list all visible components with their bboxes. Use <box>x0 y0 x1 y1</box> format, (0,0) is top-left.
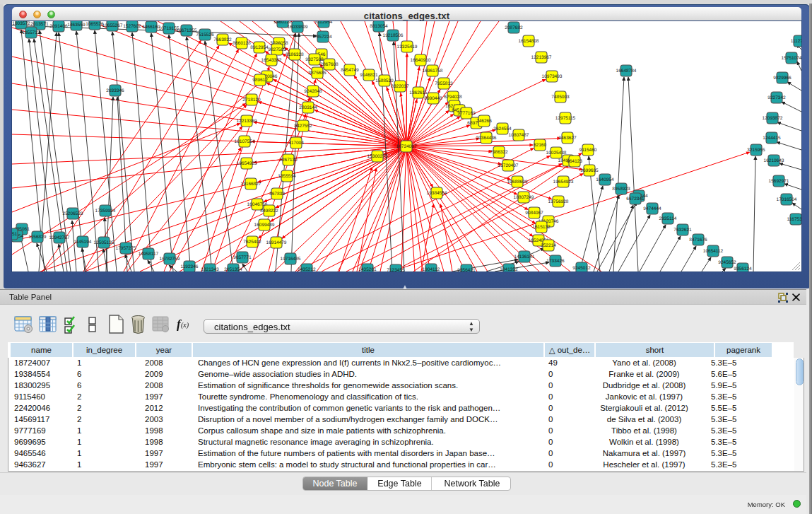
svg-text:62160: 62160 <box>534 143 546 148</box>
svg-text:1065526: 1065526 <box>86 22 104 27</box>
svg-text:1904112: 1904112 <box>423 267 440 271</box>
svg-text:2013571: 2013571 <box>30 22 49 27</box>
svg-text:7351: 7351 <box>12 232 18 237</box>
svg-text:9699695: 9699695 <box>580 168 599 173</box>
svg-text:1244415: 1244415 <box>763 136 781 141</box>
svg-text:964123: 964123 <box>567 159 582 164</box>
svg-text:7632621: 7632621 <box>673 228 692 233</box>
svg-text:9245652: 9245652 <box>718 260 736 265</box>
svg-text:12942757: 12942757 <box>49 235 70 240</box>
svg-text:9356124: 9356124 <box>734 267 752 271</box>
svg-text:10654112: 10654112 <box>703 249 724 254</box>
svg-text:1435261: 1435261 <box>358 267 377 271</box>
svg-text:9115460: 9115460 <box>579 148 597 153</box>
svg-text:8958923: 8958923 <box>612 187 630 192</box>
svg-text:7625402: 7625402 <box>243 240 261 245</box>
svg-text:989612: 989612 <box>252 78 268 83</box>
svg-text:7515526: 7515526 <box>196 33 214 37</box>
svg-text:10807487: 10807487 <box>509 133 529 138</box>
svg-text:20364436: 20364436 <box>476 136 497 141</box>
svg-text:9657771: 9657771 <box>233 255 252 260</box>
svg-text:1841352: 1841352 <box>500 267 518 271</box>
svg-text:3624554: 3624554 <box>493 127 512 132</box>
svg-text:2087682: 2087682 <box>505 25 523 30</box>
svg-text:12505135: 12505135 <box>94 240 114 245</box>
svg-text:6794028: 6794028 <box>444 95 462 100</box>
svg-text:8267130: 8267130 <box>279 158 298 163</box>
svg-text:1355594: 1355594 <box>278 174 296 179</box>
svg-text:417004: 417004 <box>288 141 304 146</box>
svg-text:16543382: 16543382 <box>261 58 282 63</box>
svg-text:12213369: 12213369 <box>237 119 257 124</box>
svg-text:19716485: 19716485 <box>281 257 301 262</box>
svg-text:15692971: 15692971 <box>769 179 789 184</box>
svg-text:8660128: 8660128 <box>233 41 251 46</box>
svg-text:25206533: 25206533 <box>63 211 83 216</box>
svg-text:252214: 252214 <box>541 243 556 248</box>
svg-text:7663822: 7663822 <box>213 37 232 42</box>
svg-text:12975115: 12975115 <box>555 116 576 121</box>
svg-text:2091406: 2091406 <box>49 24 68 29</box>
svg-text:18807249: 18807249 <box>514 195 534 200</box>
svg-text:9777169: 9777169 <box>457 111 476 116</box>
svg-text:2867608: 2867608 <box>320 62 339 67</box>
svg-text:17359924: 17359924 <box>95 209 116 214</box>
svg-text:19218506: 19218506 <box>383 33 404 38</box>
svg-text:8912954: 8912954 <box>250 45 269 50</box>
svg-text:7986322: 7986322 <box>490 150 508 155</box>
svg-text:1527602: 1527602 <box>123 24 141 29</box>
svg-text:17016504: 17016504 <box>777 197 797 202</box>
svg-text:8427552: 8427552 <box>294 124 312 129</box>
svg-text:12093872: 12093872 <box>763 116 783 121</box>
svg-text:17957275: 17957275 <box>116 246 136 251</box>
svg-text:15751074: 15751074 <box>782 56 801 61</box>
svg-text:16914479: 16914479 <box>266 240 287 245</box>
svg-text:2935114: 2935114 <box>659 216 677 221</box>
svg-text:15720407: 15720407 <box>498 163 519 168</box>
svg-text:8186328: 8186328 <box>286 52 304 57</box>
svg-text:8813054: 8813054 <box>370 24 388 29</box>
svg-text:8112954: 8112954 <box>315 21 333 25</box>
svg-text:9827503: 9827503 <box>268 47 286 52</box>
svg-text:19384554: 19384554 <box>427 191 447 196</box>
svg-text:13325419: 13325419 <box>397 45 418 49</box>
svg-text:2718120: 2718120 <box>242 98 261 103</box>
svg-text:867833: 867833 <box>269 192 285 197</box>
svg-text:10107554: 10107554 <box>235 139 255 144</box>
svg-text:746266: 746266 <box>476 119 492 124</box>
svg-text:9474444: 9474444 <box>643 206 661 211</box>
svg-text:9829966: 9829966 <box>773 76 792 81</box>
svg-text:1821343: 1821343 <box>201 267 219 271</box>
svg-text:19756928: 19756928 <box>548 199 569 204</box>
svg-text:1192346: 1192346 <box>181 264 199 269</box>
svg-text:16671355: 16671355 <box>177 28 197 33</box>
svg-text:12213967: 12213967 <box>531 55 552 60</box>
svg-text:9242848: 9242848 <box>304 89 322 94</box>
svg-text:9245012: 9245012 <box>572 266 591 271</box>
svg-text:8435212: 8435212 <box>298 267 316 271</box>
svg-text:16640910: 16640910 <box>411 58 431 63</box>
svg-text:9463627: 9463627 <box>558 136 577 141</box>
svg-text:16154808: 16154808 <box>519 39 539 44</box>
svg-text:2051354: 2051354 <box>224 267 242 271</box>
svg-text:1145194: 1145194 <box>74 240 92 245</box>
svg-text:1588520: 1588520 <box>375 78 394 83</box>
svg-text:16099489: 16099489 <box>254 223 275 228</box>
svg-text:8322037: 8322037 <box>391 84 409 89</box>
svg-text:1055712: 1055712 <box>22 30 40 35</box>
svg-text:16961758: 16961758 <box>423 69 443 74</box>
svg-text:15300275: 15300275 <box>367 154 388 159</box>
svg-text:8498222: 8498222 <box>260 209 278 214</box>
svg-text:7857224: 7857224 <box>314 35 332 40</box>
svg-text:1640954: 1640954 <box>596 177 614 182</box>
svg-text:1362615: 1362615 <box>409 90 428 95</box>
svg-text:7485003: 7485003 <box>551 95 570 100</box>
svg-text:1463559: 1463559 <box>67 23 86 28</box>
svg-text:2803144: 2803144 <box>299 105 317 110</box>
svg-text:6466160: 6466160 <box>142 25 160 30</box>
svg-text:1167533: 1167533 <box>787 217 801 222</box>
svg-text:10973493: 10973493 <box>542 74 563 79</box>
svg-text:1615132: 1615132 <box>532 225 551 230</box>
svg-text:14136141: 14136141 <box>514 255 535 259</box>
svg-text:16033809: 16033809 <box>288 25 308 30</box>
